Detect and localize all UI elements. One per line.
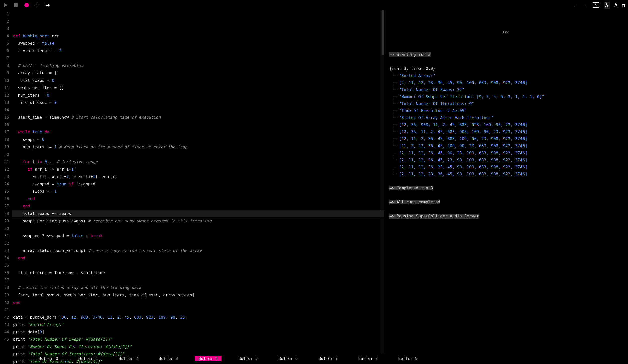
code-line[interactable] xyxy=(13,151,381,158)
code-line[interactable]: print "Number Of Swaps Per Iteration: #{… xyxy=(13,343,381,351)
line-number: 1 xyxy=(0,10,9,18)
code-line[interactable]: end xyxy=(13,299,381,306)
line-number: 37 xyxy=(0,276,9,284)
code-line[interactable] xyxy=(13,106,381,114)
code-line[interactable]: swaps_per_iter.push(swaps) # remember ho… xyxy=(13,217,381,225)
line-number: 24 xyxy=(0,180,9,188)
code-line[interactable]: total_swaps += swaps xyxy=(13,210,381,217)
code-line[interactable]: print data[0] xyxy=(13,328,381,336)
code-line[interactable]: swaps = 0 xyxy=(13,136,381,143)
log-line: ├─ [2, 11, 12, 36, 45, 90, 23, 109, 683,… xyxy=(389,150,623,157)
vertical-scrollbar[interactable] xyxy=(381,10,384,354)
log-line: ├─ "States Of Array After Each Iteration… xyxy=(389,114,623,121)
log-line: => Pausing SuperCollider Audio Server xyxy=(389,213,623,220)
line-number: 42 xyxy=(0,314,9,321)
log-line: ├─ "Total Number Of Swaps: 32" xyxy=(389,86,623,93)
log-line: ├─ "Total Number Of Iterations: 9" xyxy=(389,100,623,107)
line-number: 33 xyxy=(0,247,9,254)
line-number: 38 xyxy=(0,284,9,292)
line-number: 8 xyxy=(0,62,9,69)
line-number: 25 xyxy=(0,188,9,195)
stop-icon[interactable] xyxy=(13,2,19,8)
line-number: 16 xyxy=(0,121,9,129)
log-line: ├─ [12, 36, 11, 2, 45, 683, 908, 109, 90… xyxy=(389,128,623,135)
log-line: └─ [2, 11, 12, 23, 36, 45, 90, 109, 683,… xyxy=(389,171,623,178)
pi-icon[interactable]: π xyxy=(622,2,625,8)
code-line[interactable] xyxy=(13,121,381,129)
code-line[interactable]: print "Sorted Array:" xyxy=(13,321,381,328)
code-line[interactable]: def bubble_sort arr xyxy=(13,32,381,40)
code-line[interactable]: swapped = false xyxy=(13,40,381,47)
line-number: 29 xyxy=(0,217,9,225)
line-number: 4 xyxy=(0,32,9,40)
buffer-tab-9[interactable]: Buffer 9 xyxy=(395,356,421,361)
code-line[interactable]: swaps_per_iter = [] xyxy=(13,84,381,92)
code-area[interactable]: def bubble_sort arr swapped = false r = … xyxy=(12,10,381,354)
line-number: 45 xyxy=(0,336,9,343)
line-number: 30 xyxy=(0,225,9,232)
line-number: 43 xyxy=(0,321,9,328)
code-line[interactable]: end xyxy=(13,254,381,262)
delta-icon[interactable]: Δ xyxy=(614,2,618,8)
code-line[interactable]: print "Time Of Execution: #{data[4]}" xyxy=(13,358,381,364)
log-line xyxy=(389,178,623,185)
activity-icon[interactable] xyxy=(593,2,599,8)
code-line[interactable]: if arr[i] > arr[i+1] xyxy=(13,166,381,173)
line-number: 19 xyxy=(0,143,9,151)
code-line[interactable]: [arr, total_swaps, swaps_per_iter, num_i… xyxy=(13,291,381,299)
code-line[interactable] xyxy=(13,306,381,314)
code-line[interactable]: swapped ? swapped = false : break xyxy=(13,232,381,240)
line-number: 26 xyxy=(0,195,9,203)
log-line: {run: 3, time: 0.0} xyxy=(389,65,623,72)
plus-icon[interactable] xyxy=(34,2,40,8)
code-line[interactable]: swapped = true if !swapped xyxy=(13,180,381,188)
code-line[interactable] xyxy=(13,225,381,232)
code-line[interactable] xyxy=(13,240,381,247)
size-up-icon[interactable]: ⇡ xyxy=(582,2,588,8)
scrollbar-thumb[interactable] xyxy=(382,10,384,55)
svg-rect-0 xyxy=(14,3,18,7)
code-line[interactable]: # return the sorted array and all the tr… xyxy=(13,284,381,292)
code-line[interactable]: print "Total Number Of Iterations: #{dat… xyxy=(13,350,381,358)
code-line[interactable]: print "Total Number Of Swaps: #{data[1]}… xyxy=(13,336,381,343)
code-line[interactable]: for i in 0..r # inclusive range xyxy=(13,158,381,166)
record-icon[interactable] xyxy=(24,2,30,8)
code-line[interactable]: time_of_exec = Time.now - start_time xyxy=(13,269,381,277)
size-down-icon[interactable]: ⇣ xyxy=(571,2,578,8)
line-number: 32 xyxy=(0,240,9,247)
code-line[interactable]: swaps += 1 xyxy=(13,188,381,195)
code-line[interactable]: time_of_exec = 0 xyxy=(13,99,381,106)
line-number: 2 xyxy=(0,18,9,25)
code-line[interactable]: data = bubble_sort [36, 12, 908, 3746, 1… xyxy=(13,314,381,321)
line-number: 9 xyxy=(0,69,9,77)
code-line[interactable] xyxy=(13,276,381,284)
code-line[interactable] xyxy=(13,262,381,269)
log-line: ├─ "Sorted Array:" xyxy=(389,72,623,79)
code-line[interactable]: arr[i], arr[i+1] = arr[i+1], arr[i] xyxy=(13,173,381,180)
code-line[interactable]: end xyxy=(13,195,381,203)
code-line[interactable]: num_iters = 0 xyxy=(13,92,381,99)
code-line[interactable]: total_swaps = 0 xyxy=(13,77,381,84)
code-line[interactable]: r = arr.length - 2 xyxy=(13,47,381,55)
code-line[interactable] xyxy=(13,54,381,62)
line-number: 35 xyxy=(0,262,9,269)
code-line[interactable]: while true do xyxy=(13,128,381,136)
play-icon[interactable] xyxy=(3,2,9,8)
code-line[interactable]: # DATA - Tracking variables xyxy=(13,62,381,69)
line-number: 28 xyxy=(0,210,9,217)
code-line[interactable]: end xyxy=(13,202,381,210)
log-line: ├─ "Number Of Swaps Per Iteration: [9, 7… xyxy=(389,93,623,100)
lambda-icon[interactable]: λ xyxy=(604,2,610,9)
code-line[interactable]: num_iters += 1 # Keep track on the numbe… xyxy=(13,143,381,151)
log-line: ├─ [12, 36, 908, 11, 2, 45, 683, 923, 10… xyxy=(389,121,623,128)
code-line[interactable]: start_time = Time.now # Start calculatin… xyxy=(13,114,381,121)
line-number: 31 xyxy=(0,232,9,240)
code-line[interactable]: array_states.push(arr.dup) # save a copy… xyxy=(13,247,381,254)
code-editor[interactable]: 1234567891011121314151617181920212223242… xyxy=(0,10,384,354)
line-number: 21 xyxy=(0,158,9,166)
log-line: ├─ [12, 11, 2, 36, 45, 683, 109, 90, 23,… xyxy=(389,135,623,142)
code-line[interactable]: array_states = [] xyxy=(13,69,381,77)
log-line: ├─ [2, 11, 12, 36, 23, 45, 90, 109, 683,… xyxy=(389,164,623,171)
line-number: 34 xyxy=(0,254,9,262)
return-icon[interactable] xyxy=(45,2,51,8)
